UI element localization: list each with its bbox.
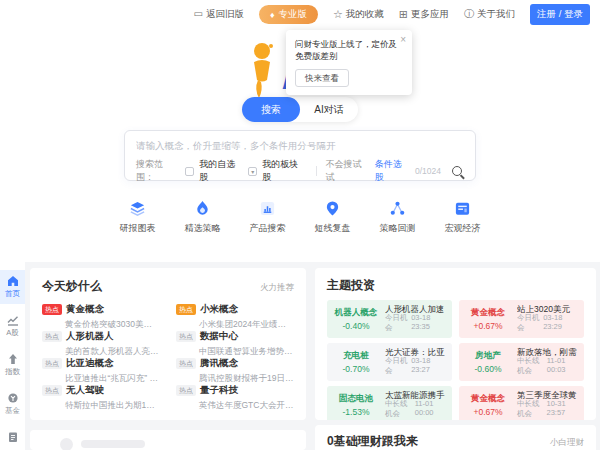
loading-skeleton-panel: [30, 430, 306, 450]
sidebar-item-fund[interactable]: 基金: [0, 387, 25, 421]
layers-icon: [129, 200, 146, 217]
category-selected-strategies[interactable]: 精选策略: [182, 200, 224, 235]
theme-title[interactable]: 站上3020美元新高点，黄金又大涨了: [517, 304, 578, 313]
theme-card[interactable]: 充电桩 -0.70% 光大证券：比亚迪发布“兆瓦闪充”加速高... 今日机会 0…: [327, 343, 452, 381]
conditional-stock-picking-link[interactable]: 条件选股: [375, 158, 410, 184]
category-strategy-backtest[interactable]: 策略回测: [377, 200, 419, 235]
search-scope-label: 搜索范围：: [136, 158, 180, 184]
theme-title[interactable]: 人形机器人加速商业化 技术突破与成本攻坚...: [385, 304, 446, 313]
magnifier-icon[interactable]: [452, 166, 462, 176]
sidebar-item-bonds[interactable]: [0, 426, 25, 450]
pro-version-badge[interactable]: 专业版: [259, 5, 318, 24]
hot-topic-title[interactable]: 数据中心: [200, 330, 238, 343]
category-label: 宏观经济: [445, 222, 481, 235]
hot-panel-more-link[interactable]: 火力推荐: [260, 282, 294, 294]
watchlist-option-label[interactable]: 我的自选股: [199, 158, 243, 184]
popup-view-button[interactable]: 快来查看: [295, 69, 349, 87]
theme-tag[interactable]: 机器人概念: [333, 307, 379, 319]
my-favorites-label: 我的收藏: [346, 8, 384, 21]
category-label: 短线复盘: [315, 222, 351, 235]
theme-tag[interactable]: 黄金概念: [465, 393, 511, 405]
sector-option-label[interactable]: 我的板块股: [262, 158, 306, 184]
category-macro-economy[interactable]: 宏观经济: [442, 200, 484, 235]
hot-topic-title[interactable]: 腾讯概念: [200, 357, 238, 370]
hot-topic-title[interactable]: 量子科技: [200, 384, 238, 397]
map-pin-icon: [324, 200, 341, 217]
sector-dropdown-checkbox[interactable]: ▾: [248, 167, 257, 176]
theme-panel-title: 主题投资: [327, 277, 375, 294]
hot-badge: 热点: [42, 385, 62, 396]
hot-topic-desc: 特斯拉中国推出为期1个月的FS...: [42, 400, 160, 411]
hot-topic-title[interactable]: 黄金概念: [66, 303, 104, 316]
tab-ai-chat[interactable]: AI对话: [300, 97, 358, 122]
hot-topic-item[interactable]: 热点 比亚迪概念 比亚迪推出“兆瓦闪充” 开启油电...: [42, 357, 160, 384]
about-us-label: 关于我们: [477, 8, 515, 21]
hot-topic-item[interactable]: 热点 无人驾驶 特斯拉中国推出为期1个月的FS...: [42, 384, 160, 411]
theme-label: 今日机会: [385, 356, 411, 376]
about-us[interactable]: 关于我们: [464, 8, 515, 21]
category-product-search[interactable]: 产品搜索: [247, 200, 289, 235]
close-icon[interactable]: ×: [400, 33, 406, 48]
hot-topic-item[interactable]: 热点 黄金概念 黄金价格突破3030美元/盎司再...: [42, 303, 160, 330]
theme-card[interactable]: 黄金概念 +0.67% 站上3020美元新高点，黄金又大涨了 今日机会 03-1…: [459, 300, 584, 338]
category-label: 产品搜索: [250, 222, 286, 235]
wencai-mascot-icon: [245, 42, 279, 100]
home-icon: [7, 275, 19, 287]
hot-topic-title[interactable]: 无人驾驶: [66, 384, 104, 397]
theme-tag[interactable]: 固态电池: [333, 393, 379, 405]
search-input[interactable]: [125, 131, 475, 151]
hot-topic-desc: 英伟达年度GTC大会开幕受关注 ...: [176, 400, 294, 411]
hot-topics-grid: 热点 黄金概念 黄金价格突破3030美元/盎司再... 热点 小米概念 小米集团…: [42, 303, 294, 411]
theme-tag[interactable]: 充电桩: [333, 350, 379, 362]
document-icon: [7, 431, 19, 443]
mode-tabs: 搜索 AI对话: [242, 97, 358, 122]
theme-title[interactable]: 太蓝新能源携手长安汽车 即将首推固态电池...: [385, 390, 446, 399]
theme-tag-side: 充电桩 -0.70%: [333, 347, 379, 377]
popup-text: 问财专业版上线了，定价及免费版差别: [295, 38, 403, 63]
pro-version-label: 专业版: [278, 8, 307, 21]
theme-date: 03-18 23:35: [411, 313, 446, 333]
tab-search[interactable]: 搜索: [242, 97, 300, 122]
beginner-panel-more-link[interactable]: 小白理财: [550, 437, 584, 449]
theme-tag[interactable]: 房地产: [465, 350, 511, 362]
sidebar-item-home[interactable]: 首页: [0, 270, 25, 304]
theme-card[interactable]: 黄金概念 +0.67% 第三季度全球黄金需求创新高 黄金ETF需... 中长线机…: [459, 386, 584, 420]
pro-version-popup: × 问财专业版上线了，定价及免费版差别 快来查看: [286, 30, 412, 95]
hot-badge: 热点: [176, 358, 196, 369]
sidebar-item-index[interactable]: 指数: [0, 348, 25, 382]
login-button[interactable]: 注册 / 登录: [530, 4, 590, 25]
bar-chart-icon: [259, 200, 276, 217]
category-short-term-review[interactable]: 短线复盘: [312, 200, 354, 235]
hot-topic-item[interactable]: 热点 腾讯概念 腾讯控股财报将于19日披露: [176, 357, 294, 384]
watchlist-checkbox[interactable]: [185, 167, 194, 176]
hot-topic-item[interactable]: 热点 数据中心 中国联通智算业务增势强劲 202...: [176, 330, 294, 357]
theme-pct: -0.70%: [333, 364, 379, 374]
hot-topic-item[interactable]: 热点 人形机器人 美的首款人形机器人亮相 美的副...: [42, 330, 160, 357]
flame-icon: [194, 200, 211, 217]
more-apps[interactable]: 更多应用: [399, 8, 449, 21]
theme-title[interactable]: 第三季度全球黄金需求创新高 黄金ETF需...: [517, 390, 578, 399]
theme-title[interactable]: 光大证券：比亚迪发布“兆瓦闪充”加速高...: [385, 347, 446, 356]
hot-topic-item[interactable]: 热点 小米概念 小米集团2024年业绩创历史新高: [176, 303, 294, 330]
theme-card[interactable]: 固态电池 -1.53% 太蓝新能源携手长安汽车 即将首推固态电池... 中长线机…: [327, 386, 452, 420]
theme-title[interactable]: 新政落地，刚需入场，10月北京二手房成交...: [517, 347, 578, 356]
hot-topic-title[interactable]: 比亚迪概念: [66, 357, 114, 370]
category-research-charts[interactable]: 研报图表: [117, 200, 159, 235]
hot-badge: 热点: [176, 385, 196, 396]
theme-date: 03-18 23:29: [543, 313, 578, 333]
back-to-old-version[interactable]: 返回旧版: [193, 8, 243, 21]
sidebar-item-a-shares[interactable]: A股: [0, 309, 25, 343]
theme-card[interactable]: 机器人概念 -0.40% 人形机器人加速商业化 技术突破与成本攻坚... 今日机…: [327, 300, 452, 338]
sidebar-item-label: A股: [6, 328, 19, 338]
theme-investment-panel: 主题投资 机器人概念 -0.40% 人形机器人加速商业化 技术突破与成本攻坚..…: [315, 268, 596, 420]
hot-topic-title[interactable]: 人形机器人: [66, 330, 114, 343]
hot-topic-desc: 腾讯控股财报将于19日披露: [176, 373, 294, 384]
hot-topic-title[interactable]: 小米概念: [200, 303, 238, 316]
hot-topic-item[interactable]: 热点 量子科技 英伟达年度GTC大会开幕受关注 ...: [176, 384, 294, 411]
hot-badge: 热点: [176, 331, 196, 342]
theme-card[interactable]: 房地产 -0.60% 新政落地，刚需入场，10月北京二手房成交... 中长线机会…: [459, 343, 584, 381]
theme-tag[interactable]: 黄金概念: [465, 307, 511, 319]
my-favorites[interactable]: 我的收藏: [333, 8, 384, 21]
beginner-finance-panel: 0基础理财跟我来 小白理财: [315, 425, 596, 450]
theme-label: 中长线机会: [517, 356, 547, 376]
